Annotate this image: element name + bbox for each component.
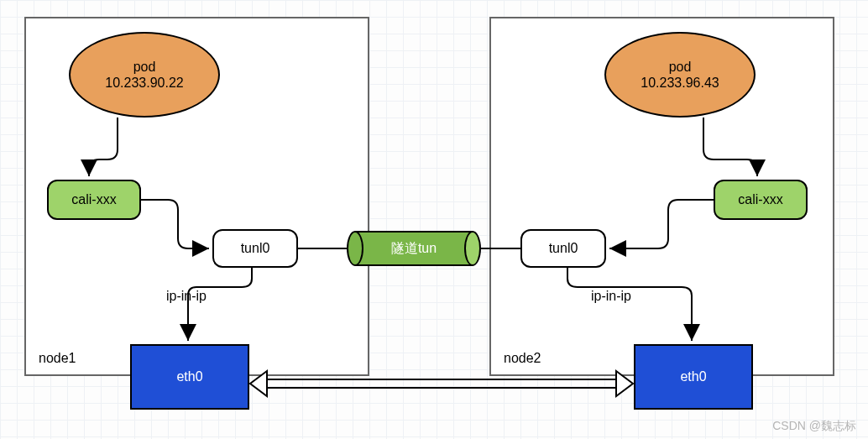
node2-pod-ip: 10.233.96.43 [641,75,719,91]
node1-pod: pod 10.233.90.22 [69,32,220,118]
node1-pod-title: pod [133,59,156,75]
node1-cali: cali-xxx [47,180,141,220]
tunnel: 隧道tun [347,231,481,266]
node1-label-text: node1 [39,351,76,365]
node1-eth: eth0 [130,344,249,410]
node1-eth-label: eth0 [176,369,202,384]
node2-tunl: tunl0 [520,229,606,268]
node2-label: node2 [504,351,541,366]
node2-ipinip-text: ip-in-ip [591,289,631,303]
node2-cali-label: cali-xxx [738,192,782,207]
node1-ipinip: ip-in-ip [165,289,208,304]
tunnel-label: 隧道tun [391,240,437,258]
node2-eth-label: eth0 [680,369,706,384]
node2-pod-title: pod [669,59,692,75]
node1-tunl-label: tunl0 [241,241,270,256]
node1-ipinip-text: ip-in-ip [166,289,207,303]
node2-cali: cali-xxx [714,180,808,220]
watermark-text: CSDN @魏志标 [772,419,856,432]
node1-pod-ip: 10.233.90.22 [105,75,183,91]
watermark: CSDN @魏志标 [772,419,856,434]
node2-eth: eth0 [634,344,753,410]
node2-label-text: node2 [504,351,541,365]
node1-cali-label: cali-xxx [71,192,116,207]
node1-tunl: tunl0 [212,229,298,268]
node2-tunl-label: tunl0 [549,241,578,256]
node2-pod: pod 10.233.96.43 [604,32,756,118]
node1-label: node1 [39,351,76,366]
node2-ipinip: ip-in-ip [589,289,633,304]
